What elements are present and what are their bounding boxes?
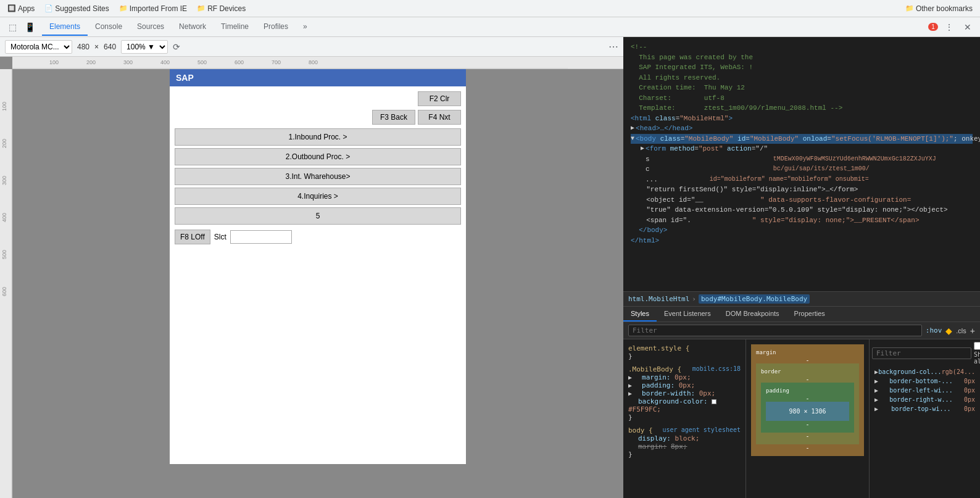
tab-sources[interactable]: Sources — [130, 19, 172, 36]
box-padding-label: padding — [766, 388, 849, 394]
computed-show-all-checkbox[interactable] — [974, 342, 980, 350]
inspect-element-button[interactable]: ⬚ — [5, 20, 20, 35]
breadcrumb-separator: › — [692, 295, 696, 303]
sap-f2-clear[interactable]: F2 Clr — [418, 91, 461, 106]
rotate-icon[interactable]: ⟳ — [173, 42, 180, 52]
bookmark-apps[interactable]: 🔲 Apps — [4, 3, 38, 14]
tab-dom-breakpoints[interactable]: DOM Breakpoints — [718, 307, 787, 322]
code-line-body-close: </body> — [631, 225, 973, 236]
tab-elements[interactable]: Elements — [42, 19, 88, 36]
code-line-head: ▶<head>…</head> — [631, 123, 973, 134]
box-padding-top: - — [766, 395, 849, 402]
filter-add[interactable]: + — [970, 326, 975, 336]
svg-text:100: 100 — [1, 102, 7, 111]
tab-event-listeners[interactable]: Event Listeners — [657, 307, 718, 322]
computed-filter-input[interactable] — [872, 347, 971, 359]
style-selector-body: body { — [628, 426, 653, 434]
style-rule-mobilebody: .MobileBody { mobile.css:18 ▶margin: 0px… — [628, 365, 741, 421]
sap-menu-outbound[interactable]: 2.Outbound Proc. > — [175, 148, 461, 165]
box-model-margin: margin - border - padding - 980 × 1306 — [751, 344, 864, 456]
suggested-sites-icon: 📄 — [44, 4, 53, 12]
styles-filter-row: :hov ◆ .cls + — [623, 322, 980, 339]
code-line-c: c bc/gui/sap/its/ztest_1m00/ — [631, 164, 973, 175]
devtools-panel: <!-- This page was created by the SAP In… — [623, 37, 980, 498]
computed-row-4: ▶ border-top-wi... 0px — [872, 404, 978, 413]
sap-slct-input[interactable] — [230, 230, 292, 244]
computed-panel[interactable]: Show all ▶ background-col... rgb(24... ▶… — [869, 339, 980, 498]
code-area[interactable]: <!-- This page was created by the SAP In… — [623, 37, 980, 291]
filter-dot: ◆ — [945, 326, 952, 336]
tab-network[interactable]: Network — [172, 19, 214, 36]
breadcrumb-html[interactable]: html.MobileHtml — [628, 295, 689, 303]
viewport-width: 480 — [77, 43, 89, 51]
tab-properties[interactable]: Properties — [787, 307, 833, 322]
sap-content: F2 Clr F3 Back F4 Nxt 1.Inbound Proc. > … — [170, 86, 466, 249]
code-panel: <!-- This page was created by the SAP In… — [623, 37, 980, 292]
sap-fn-row: F2 Clr — [175, 91, 461, 106]
error-badge: 1 — [928, 23, 938, 31]
device-select[interactable]: Motorola MC... — [5, 40, 72, 54]
sap-menu-item5[interactable]: 5 — [175, 207, 461, 225]
sap-title: SAP — [176, 73, 194, 83]
code-line-return: "return firstSend()" style="display:inli… — [631, 185, 973, 195]
sap-fn-row2: F3 Back F4 Nxt — [175, 110, 461, 125]
bookmark-rf-devices-label: RF Devices — [207, 4, 246, 13]
filter-cls[interactable]: .cls — [956, 327, 966, 334]
devtools-topbar: ⬚ 📱 Elements Console Sources Network Tim… — [0, 17, 980, 37]
sap-f3-back[interactable]: F3 Back — [372, 110, 415, 125]
tab-profiles[interactable]: Profiles — [256, 19, 296, 36]
devtools-close-button[interactable]: ✕ — [960, 20, 975, 35]
code-line-form: ▶<form method="post" action="/" — [631, 144, 973, 154]
code-line-true: "true" data-extension-version="0.5.0.109… — [631, 205, 973, 215]
sap-slct-label: Slct — [214, 233, 226, 241]
sap-menu-inbound[interactable]: 1.Inbound Proc. > — [175, 128, 461, 146]
sap-menu-int-warehouse[interactable]: 3.Int. Wharehouse> — [175, 168, 461, 185]
color-swatch-bg[interactable] — [712, 399, 716, 404]
viewport-separator: × — [94, 43, 99, 51]
svg-text:400: 400 — [1, 213, 7, 222]
style-rule-body: body { user agent stylesheet display: bl… — [628, 426, 741, 459]
style-source-mobilebody[interactable]: mobile.css:18 — [692, 365, 741, 373]
filter-hov[interactable]: :hov — [926, 326, 942, 334]
style-selector-mobilebody: .MobileBody { — [628, 365, 681, 373]
bottom-content: element.style { } .MobileBody { mobile.c… — [623, 339, 980, 498]
computed-show-all-label: Show all — [974, 342, 980, 365]
sap-f8-logoff[interactable]: F8 LOff — [175, 230, 210, 244]
viewport-content[interactable]: SAP F2 Clr F3 Back F4 Nxt 1.Inbound Proc… — [12, 69, 623, 498]
style-rule-element: element.style { } — [628, 344, 741, 360]
bookmark-rf-devices[interactable]: 📁 RF Devices — [193, 3, 249, 14]
computed-row-3: ▶ border-right-w... 0px — [872, 395, 978, 404]
device-toolbar-menu[interactable]: ⋯ — [608, 41, 618, 52]
tab-timeline[interactable]: Timeline — [214, 19, 256, 36]
devtools-menu-button[interactable]: ⋮ — [942, 20, 957, 35]
other-bookmarks-icon: 📁 — [905, 4, 914, 12]
device-mode-button[interactable]: 📱 — [22, 20, 37, 35]
code-line-comment5: Creation time: Thu May 12 — [631, 83, 973, 93]
box-model-panel: margin - border - padding - 980 × 1306 — [745, 339, 869, 498]
bookmark-bar: 🔲 Apps 📄 Suggested Sites 📁 Imported From… — [0, 0, 980, 17]
zoom-select[interactable]: 100% ▼ — [121, 40, 168, 54]
tab-more[interactable]: » — [296, 19, 315, 36]
code-line-body-highlight[interactable]: ▼ <body class="MobileBody" id="MobileBod… — [631, 134, 973, 144]
breadcrumb-body[interactable]: body#MobileBody.MobileBody — [699, 294, 810, 304]
box-border-top: - — [761, 376, 854, 383]
bookmark-imported-from-ie[interactable]: 📁 Imported From IE — [115, 3, 191, 14]
code-line-comment1: <!-- — [631, 42, 973, 52]
computed-filter-row: Show all — [872, 342, 978, 365]
sap-menu-inquiries[interactable]: 4.Inquiries > — [175, 188, 461, 205]
computed-row-1: ▶ border-bottom-... 0px — [872, 376, 978, 386]
svg-text:600: 600 — [235, 59, 244, 65]
tab-styles[interactable]: Styles — [623, 307, 657, 322]
sap-f4-next[interactable]: F4 Nxt — [418, 110, 461, 125]
bookmark-suggested-sites[interactable]: 📄 Suggested Sites — [41, 3, 112, 14]
box-padding-bottom: - — [766, 421, 849, 428]
svg-text:800: 800 — [309, 59, 318, 65]
tab-console[interactable]: Console — [88, 19, 130, 36]
bookmark-other[interactable]: 📁 Other bookmarks — [902, 3, 976, 14]
code-line-dots: ... id="mobileform" name="mobileform" on… — [631, 175, 973, 185]
styles-panel: element.style { } .MobileBody { mobile.c… — [623, 339, 745, 498]
code-line-comment7: Template: ztest_1m00/99/rlmenu_2088.html… — [631, 103, 973, 114]
bookmark-other-label: Other bookmarks — [916, 4, 973, 13]
styles-filter-input[interactable] — [628, 325, 922, 336]
devtools-actions: 1 ⋮ ✕ — [928, 20, 975, 35]
